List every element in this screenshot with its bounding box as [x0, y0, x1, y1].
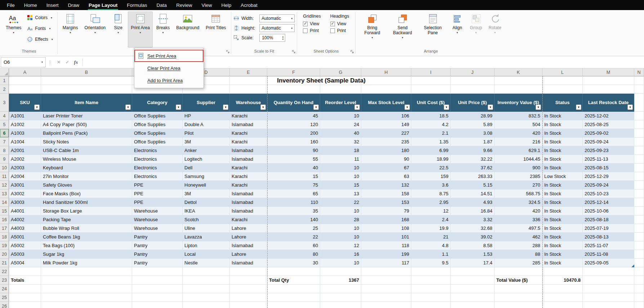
cell[interactable] — [542, 267, 583, 276]
cell[interactable] — [361, 285, 411, 293]
table-header-cell[interactable]: Max Stock Level▾ — [361, 94, 411, 112]
row-header-22[interactable]: 22 — [0, 267, 9, 276]
cell[interactable]: 14.51 — [451, 189, 495, 198]
cell[interactable]: Lipton — [183, 241, 230, 250]
cell[interactable]: Nestle — [183, 259, 230, 267]
cell[interactable] — [634, 155, 644, 164]
menu-item-add-to-print-area[interactable]: Add to Print Area — [134, 74, 204, 86]
filter-button[interactable]: ▾ — [34, 104, 40, 110]
cell[interactable]: 227 — [361, 129, 411, 138]
cell[interactable]: 2.95 — [411, 198, 451, 207]
row-header-24[interactable]: 24 — [0, 285, 9, 293]
cell[interactable]: A4 Copy Paper (500) — [41, 120, 132, 129]
cell[interactable]: 18.5 — [411, 112, 451, 120]
cell[interactable]: Electronics — [132, 172, 183, 181]
cell[interactable]: 235 — [361, 138, 411, 146]
cell[interactable] — [495, 76, 542, 85]
cell[interactable] — [495, 267, 542, 276]
cell[interactable] — [230, 293, 267, 302]
cell[interactable] — [9, 302, 41, 308]
cell[interactable]: 37.62 — [451, 164, 495, 172]
cell[interactable] — [230, 267, 267, 276]
cell[interactable]: 2025-12-29 — [583, 172, 634, 181]
cell[interactable]: In Stock — [542, 138, 583, 146]
cell[interactable]: 2025-09-02 — [583, 129, 634, 138]
cell[interactable]: 8.58 — [451, 241, 495, 250]
cell[interactable]: Electronics — [132, 146, 183, 155]
view-checkbox[interactable] — [330, 22, 335, 26]
cell[interactable]: IKEA — [183, 207, 230, 215]
cell[interactable] — [583, 276, 634, 285]
cell[interactable]: 3M — [183, 189, 230, 198]
cell[interactable]: Samsung — [183, 172, 230, 181]
cell[interactable]: 10 — [320, 207, 361, 215]
cell[interactable]: 40 — [267, 164, 320, 172]
cell[interactable]: In Stock — [542, 215, 583, 224]
cell[interactable]: Hand Sanitizer 500ml — [41, 198, 132, 207]
cell[interactable]: Logitech — [183, 155, 230, 164]
cell[interactable]: In Stock — [542, 198, 583, 207]
print-titles-button[interactable]: Print Titles — [203, 12, 229, 48]
cell[interactable]: A3001 — [9, 181, 41, 189]
cell[interactable] — [634, 207, 644, 215]
cell[interactable]: 2025-11-13 — [583, 155, 634, 164]
filter-button[interactable]: ▾ — [354, 104, 360, 110]
cell[interactable]: 11 — [320, 155, 361, 164]
cell[interactable]: Laser Printer Toner — [41, 112, 132, 120]
cell[interactable]: 504 — [495, 120, 542, 129]
cell[interactable]: 79 — [361, 207, 411, 215]
cell[interactable] — [361, 276, 411, 285]
cell[interactable]: 159 — [411, 172, 451, 181]
cell[interactable] — [451, 285, 495, 293]
select-all-corner[interactable] — [0, 68, 9, 76]
column-header-N[interactable]: N — [634, 68, 644, 76]
cell[interactable]: 28 — [320, 215, 361, 224]
cell[interactable]: PPE — [132, 198, 183, 207]
cell[interactable] — [183, 285, 230, 293]
cell[interactable]: 10 — [320, 259, 361, 267]
cell[interactable]: Sugar 1kg — [41, 250, 132, 259]
cell[interactable]: Karachi — [230, 138, 267, 146]
menu-file[interactable]: File — [2, 0, 19, 10]
breaks-button[interactable]: Breaks▾ — [153, 12, 173, 48]
row-header-2[interactable]: 2 — [0, 85, 9, 94]
cell[interactable]: 160 — [267, 138, 320, 146]
cell[interactable]: 200 — [267, 129, 320, 138]
cell[interactable] — [320, 302, 361, 308]
cell[interactable] — [267, 293, 320, 302]
cell[interactable] — [495, 302, 542, 308]
cell[interactable]: Low Stock — [542, 172, 583, 181]
column-header-I[interactable]: I — [411, 68, 451, 76]
cell[interactable]: 22 — [267, 233, 320, 241]
filter-button[interactable]: ▾ — [223, 104, 228, 110]
cell[interactable] — [132, 302, 183, 308]
fonts-button[interactable]: Aa Fonts ▾ — [25, 24, 55, 33]
cell[interactable] — [634, 181, 644, 189]
cell[interactable] — [183, 276, 230, 285]
insert-function-icon[interactable]: fx — [72, 58, 80, 67]
cell[interactable]: 2025-08-15 — [583, 164, 634, 172]
cell[interactable]: 88 — [495, 250, 542, 259]
cell[interactable] — [230, 276, 267, 285]
filter-button[interactable]: ▾ — [125, 104, 131, 110]
column-header-K[interactable]: K — [495, 68, 542, 76]
cell[interactable] — [634, 146, 644, 155]
cell[interactable]: 420 — [495, 207, 542, 215]
cell[interactable]: 2025-11-07 — [583, 241, 634, 250]
cell[interactable]: A2003 — [9, 164, 41, 172]
cell[interactable]: 2025-11-08 — [583, 250, 634, 259]
cell[interactable]: 30 — [267, 259, 320, 267]
cell[interactable] — [132, 293, 183, 302]
cell[interactable]: 2025-09-23 — [583, 146, 634, 155]
cell[interactable] — [451, 267, 495, 276]
cell[interactable]: 2.1 — [411, 129, 451, 138]
menu-insert[interactable]: Insert — [42, 0, 63, 10]
cell[interactable]: 2025-09-24 — [583, 181, 634, 189]
margins-button[interactable]: Margins▾ — [60, 12, 81, 48]
filter-button[interactable]: ▾ — [488, 104, 493, 110]
cell[interactable] — [183, 302, 230, 308]
cell[interactable]: Dell — [183, 164, 230, 172]
cell[interactable] — [41, 302, 132, 308]
cell[interactable] — [495, 85, 542, 94]
filter-button[interactable]: ▾ — [627, 104, 633, 110]
